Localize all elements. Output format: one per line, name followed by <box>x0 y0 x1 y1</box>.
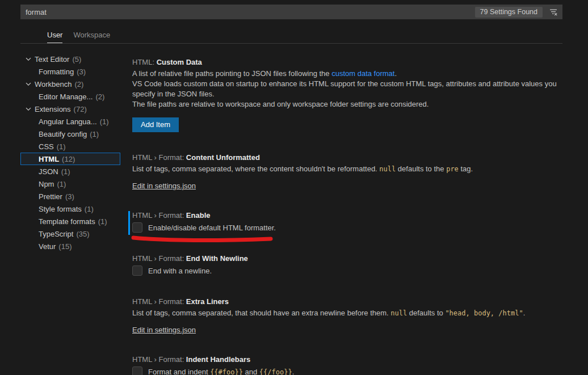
tab-workspace[interactable]: Workspace <box>73 31 110 43</box>
toc-item-formatting[interactable]: Formatting(3) <box>20 65 120 78</box>
toc-item-label: TypeScript <box>39 230 73 238</box>
chevron-down-icon <box>24 104 33 113</box>
tabs-row: UserWorkspace <box>47 31 562 43</box>
setting-title: HTML › Format: Extra Liners <box>132 297 575 307</box>
toc-item-angular-langua[interactable]: Angular Langua...(1) <box>20 115 120 128</box>
toc-item-label: Formatting <box>39 68 74 76</box>
setting-title-name: Indent Handlebars <box>186 355 250 364</box>
inline-code: {{/foo}} <box>259 368 292 375</box>
setting-description-line: List of tags, comma separated, where the… <box>132 164 575 174</box>
toc-item-workbench[interactable]: Workbench(2) <box>20 78 120 90</box>
toc-item-label: Extensions <box>35 105 71 113</box>
text-segment: defaults to <box>407 309 445 317</box>
inline-code: null <box>379 165 396 173</box>
setting-title-name: Content Unformatted <box>186 153 260 162</box>
text-segment: End with a newline. <box>148 267 212 275</box>
setting-title-name: End With Newline <box>186 254 248 263</box>
checkbox-label: End with a newline. <box>148 267 212 275</box>
toc-item-style-formats[interactable]: Style formats(1) <box>20 203 120 215</box>
toc-item-count: (2) <box>95 92 104 101</box>
text-segment: A list of relative file paths pointing t… <box>132 69 331 78</box>
checkbox[interactable] <box>132 222 142 233</box>
toc-item-css[interactable]: CSS(1) <box>20 140 120 153</box>
setting-title: HTML › Format: End With Newline <box>132 254 575 264</box>
tab-user[interactable]: User <box>47 31 62 43</box>
setting-end-with-newline: HTML › Format: End With NewlineEnd with … <box>132 254 575 276</box>
inline-code: "head, body, /html" <box>445 309 523 317</box>
setting-title-prefix: HTML › Format: <box>132 355 186 364</box>
toc-item-editor-manage[interactable]: Editor Manage...(2) <box>20 90 120 103</box>
toc-item-npm[interactable]: Npm(1) <box>20 178 120 190</box>
filter-settings-button[interactable] <box>548 6 559 18</box>
setting-checkbox-row: Format and indent {{#foo}} and {{/foo}}. <box>132 366 575 375</box>
text-segment: tag. <box>459 165 473 173</box>
list-filter-icon <box>549 7 558 16</box>
edit-in-settings-json-link[interactable]: Edit in settings.json <box>132 182 196 190</box>
toc-item-label: HTML <box>39 155 59 163</box>
inline-code: null <box>390 309 407 317</box>
toc-item-text-editor[interactable]: Text Editor(5) <box>20 53 120 65</box>
setting-title: HTML: Custom Data <box>132 57 575 68</box>
toc-item-count: (1) <box>90 130 99 138</box>
setting-title: HTML › Format: Content Unformatted <box>132 153 575 163</box>
setting-content-unformatted: HTML › Format: Content UnformattedList o… <box>132 153 575 190</box>
toc-item-count: (1) <box>57 180 66 188</box>
toc-item-count: (3) <box>77 68 86 76</box>
settings-toc: Text Editor(5)Formatting(3)Workbench(2)E… <box>20 53 132 375</box>
toc-item-label: Vetur <box>39 242 56 251</box>
toc-item-extensions[interactable]: Extensions(72) <box>20 103 120 115</box>
setting-description-line: List of tags, comma separated, that shou… <box>132 308 575 318</box>
text-segment: Format and indent <box>148 368 210 375</box>
setting-title-prefix: HTML › Format: <box>132 254 186 263</box>
setting-title-name: Custom Data <box>157 58 202 66</box>
toc-item-count: (15) <box>58 242 72 251</box>
search-input[interactable]: format 79 Settings Found <box>20 5 562 19</box>
setting-title-prefix: HTML › Format: <box>132 211 186 220</box>
toc-item-label: Text Editor <box>35 55 69 64</box>
setting-indent-handlebars: HTML › Format: Indent HandlebarsFormat a… <box>132 355 575 375</box>
checkbox-label: Enable/disable default HTML formatter. <box>148 224 276 232</box>
toc-item-label: Workbench <box>35 80 72 89</box>
setting-title-prefix: HTML › Format: <box>132 297 186 306</box>
checkbox[interactable] <box>132 366 142 375</box>
setting-title: HTML › Format: Indent Handlebars <box>132 355 575 365</box>
setting-custom-data: HTML: Custom DataA list of relative file… <box>132 57 575 132</box>
toc-item-prettier[interactable]: Prettier(3) <box>20 190 120 203</box>
toc-item-count: (12) <box>62 155 75 163</box>
toc-item-count: (3) <box>65 192 74 201</box>
setting-title-prefix: HTML: <box>132 58 157 66</box>
toc-item-count: (2) <box>75 80 84 89</box>
toc-item-typescript[interactable]: TypeScript(35) <box>20 227 120 240</box>
toc-item-beautify-config[interactable]: Beautify config(1) <box>20 128 120 140</box>
inline-code: {{#foo}} <box>210 368 243 375</box>
toc-item-count: (1) <box>85 205 94 213</box>
toc-item-count: (35) <box>76 230 89 238</box>
checkbox[interactable] <box>132 266 142 276</box>
toc-item-json[interactable]: JSON(1) <box>20 165 120 178</box>
toc-item-count: (1) <box>61 167 70 176</box>
toc-item-count: (5) <box>72 55 81 64</box>
text-segment: . <box>292 368 295 375</box>
inline-code: pre <box>446 165 459 173</box>
text-segment: VS Code loads custom data on startup to … <box>132 79 557 98</box>
setting-checkbox-row: End with a newline. <box>132 265 575 276</box>
text-segment: defaults to the <box>396 165 446 173</box>
setting-title-name: Extra Liners <box>186 297 229 306</box>
doc-link[interactable]: custom data format <box>331 69 394 78</box>
modified-indicator <box>128 211 130 235</box>
toc-item-html[interactable]: HTML(12) <box>20 153 120 165</box>
settings-body: Text Editor(5)Formatting(3)Workbench(2)E… <box>0 44 588 375</box>
add-item-button[interactable]: Add Item <box>132 117 179 132</box>
toc-item-vetur[interactable]: Vetur(15) <box>20 240 120 252</box>
toc-item-label: CSS <box>39 142 54 151</box>
toc-item-template-formats[interactable]: Template formats(1) <box>20 215 120 227</box>
text-segment: . <box>394 69 397 78</box>
setting-title-name: Enable <box>186 211 211 220</box>
toc-item-count: (1) <box>98 217 107 226</box>
setting-description-line: A list of relative file paths pointing t… <box>132 69 575 79</box>
toc-item-label: Editor Manage... <box>39 92 93 101</box>
text-segment: The file paths are relative to workspace… <box>132 100 429 108</box>
edit-in-settings-json-link[interactable]: Edit in settings.json <box>132 326 196 334</box>
toc-item-label: Style formats <box>39 205 82 213</box>
toc-item-label: Template formats <box>39 217 95 226</box>
